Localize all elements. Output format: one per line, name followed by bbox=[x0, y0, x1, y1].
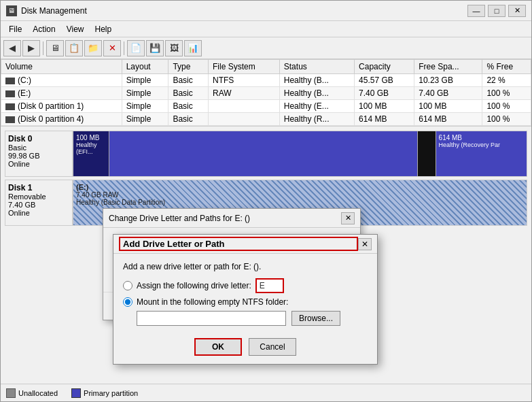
title-bar: 🖥 Disk Management — □ ✕ bbox=[1, 1, 531, 21]
cell-status: Healthy (E... bbox=[279, 100, 354, 113]
radio-row-assign: Assign the following drive letter: bbox=[123, 278, 368, 293]
app-icon: 🖥 bbox=[6, 5, 17, 16]
cell-pct: 100 % bbox=[482, 87, 531, 100]
part-status: Healthy (Basic Data Partition) bbox=[76, 199, 524, 206]
cell-type: Basic bbox=[169, 100, 209, 113]
cell-volume: (C:) bbox=[1, 74, 122, 87]
legend-primary: Primary partition bbox=[71, 388, 138, 398]
col-type[interactable]: Type bbox=[169, 60, 209, 74]
toolbar-delete[interactable]: ✕ bbox=[103, 40, 121, 56]
cell-status: Healthy (B... bbox=[279, 87, 354, 100]
disk-0-part-3[interactable] bbox=[418, 131, 436, 176]
col-capacity[interactable]: Capacity bbox=[355, 60, 414, 74]
toolbar-chart[interactable]: 📊 bbox=[184, 40, 202, 56]
disk-0-status: Online bbox=[8, 160, 69, 168]
disk-0-name: Disk 0 bbox=[8, 134, 69, 144]
col-free[interactable]: Free Spa... bbox=[414, 60, 482, 74]
dialog-inner-title: Add Drive Letter or Path bbox=[119, 237, 358, 251]
inner-ok-button[interactable]: OK bbox=[194, 338, 242, 356]
cell-fs: RAW bbox=[209, 87, 280, 100]
maximize-button[interactable]: □ bbox=[488, 5, 506, 17]
folder-row: Browse... bbox=[137, 311, 368, 326]
toolbar-pic[interactable]: 🖼 bbox=[165, 40, 183, 56]
radio-assign-letter[interactable] bbox=[123, 281, 132, 290]
volume-table: Volume Layout Type File System Status Ca… bbox=[1, 59, 531, 127]
cell-type: Basic bbox=[169, 87, 209, 100]
cell-fs bbox=[209, 113, 280, 126]
table-row[interactable]: (C:) Simple Basic NTFS Healthy (B... 45.… bbox=[1, 74, 531, 87]
toolbar-sep2 bbox=[124, 41, 124, 55]
dialog-inner-titlebar: Add Drive Letter or Path ✕ bbox=[113, 235, 377, 254]
main-window: 🖥 Disk Management — □ ✕ File Action View… bbox=[0, 0, 532, 402]
toolbar-forward[interactable]: ▶ bbox=[22, 40, 40, 56]
part-status: Healthy (EFI... bbox=[76, 141, 106, 155]
folder-path-input[interactable] bbox=[137, 311, 286, 326]
cell-status: Healthy (B... bbox=[279, 74, 354, 87]
disk-0-partitions: 100 MB Healthy (EFI... 614 MB Healthy (R… bbox=[73, 131, 527, 177]
browse-button[interactable]: Browse... bbox=[291, 311, 340, 326]
part-status: Healthy (Recovery Par bbox=[439, 141, 524, 148]
cell-layout: Simple bbox=[122, 100, 169, 113]
inner-cancel-button[interactable]: Cancel bbox=[249, 338, 296, 356]
cell-capacity: 45.57 GB bbox=[355, 74, 414, 87]
status-bar: Unallocated Primary partition bbox=[1, 384, 531, 401]
cell-free: 100 MB bbox=[414, 100, 482, 113]
toolbar-folder[interactable]: 📁 bbox=[84, 40, 102, 56]
cell-fs: NTFS bbox=[209, 74, 280, 87]
disk-0-size: 99.98 GB bbox=[8, 152, 69, 160]
cell-volume: (Disk 0 partition 4) bbox=[1, 113, 122, 126]
table-row[interactable]: (E:) Simple Basic RAW Healthy (B... 7.40… bbox=[1, 87, 531, 100]
cell-layout: Simple bbox=[122, 113, 169, 126]
legend-primary-label: Primary partition bbox=[84, 389, 138, 397]
table-row[interactable]: (Disk 0 partition 1) Simple Basic Health… bbox=[1, 100, 531, 113]
menu-help[interactable]: Help bbox=[90, 23, 118, 35]
disk-1-type: Removable bbox=[8, 192, 69, 201]
disk-0-part-4[interactable]: 614 MB Healthy (Recovery Par bbox=[436, 131, 527, 176]
cell-fs bbox=[209, 100, 280, 113]
legend-unallocated: Unallocated bbox=[6, 388, 58, 398]
toolbar-back[interactable]: ◀ bbox=[3, 40, 21, 56]
toolbar-volume-prop[interactable]: 📋 bbox=[65, 40, 83, 56]
disk-1-size: 7.40 GB bbox=[8, 201, 69, 209]
dialog-add-drive-letter: Add Drive Letter or Path ✕ Add a new dri… bbox=[113, 234, 378, 365]
dialog-inner-body: Add a new drive letter or path for E: ()… bbox=[113, 254, 377, 331]
part-size: 614 MB bbox=[439, 134, 524, 141]
drive-letter-input[interactable] bbox=[255, 278, 284, 293]
disk-0-part-1[interactable]: 100 MB Healthy (EFI... bbox=[73, 131, 109, 176]
content-area: Disk 0 Basic 99.98 GB Online 100 MB Heal… bbox=[1, 127, 531, 401]
cell-capacity: 100 MB bbox=[355, 100, 414, 113]
title-bar-buttons: — □ ✕ bbox=[467, 5, 526, 17]
menu-file[interactable]: File bbox=[3, 23, 27, 35]
toolbar-save[interactable]: 💾 bbox=[146, 40, 164, 56]
disk-0-type: Basic bbox=[8, 144, 69, 152]
toolbar-doc[interactable]: 📄 bbox=[127, 40, 145, 56]
dialog-outer-close[interactable]: ✕ bbox=[341, 212, 355, 224]
cell-pct: 100 % bbox=[482, 113, 531, 126]
disk-0-row: Disk 0 Basic 99.98 GB Online 100 MB Heal… bbox=[5, 131, 527, 177]
cell-capacity: 7.40 GB bbox=[355, 87, 414, 100]
cell-layout: Simple bbox=[122, 74, 169, 87]
col-fs[interactable]: File System bbox=[209, 60, 280, 74]
col-layout[interactable]: Layout bbox=[122, 60, 169, 74]
col-pct[interactable]: % Free bbox=[482, 60, 531, 74]
cell-pct: 100 % bbox=[482, 100, 531, 113]
toolbar-disk-prop[interactable]: 🖥 bbox=[46, 40, 64, 56]
disk-1-name: Disk 1 bbox=[8, 183, 69, 192]
toolbar-sep1 bbox=[43, 41, 43, 55]
table-row[interactable]: (Disk 0 partition 4) Simple Basic Health… bbox=[1, 113, 531, 126]
col-status[interactable]: Status bbox=[279, 60, 354, 74]
legend-primary-box bbox=[71, 388, 81, 398]
menu-bar: File Action View Help bbox=[1, 21, 531, 37]
disk-0-part-2[interactable] bbox=[109, 131, 418, 176]
radio-mount-folder[interactable] bbox=[123, 297, 132, 307]
col-volume[interactable]: Volume bbox=[1, 60, 122, 74]
menu-action[interactable]: Action bbox=[27, 23, 60, 35]
dialog-inner-close-button[interactable]: ✕ bbox=[358, 238, 372, 250]
close-window-button[interactable]: ✕ bbox=[508, 5, 526, 17]
cell-type: Basic bbox=[169, 74, 209, 87]
window-title: Disk Management bbox=[21, 6, 467, 16]
menu-view[interactable]: View bbox=[61, 23, 90, 35]
minimize-button[interactable]: — bbox=[467, 5, 485, 17]
radio-row-mount: Mount in the following empty NTFS folder… bbox=[123, 297, 368, 307]
radio-mount-label: Mount in the following empty NTFS folder… bbox=[137, 297, 288, 307]
